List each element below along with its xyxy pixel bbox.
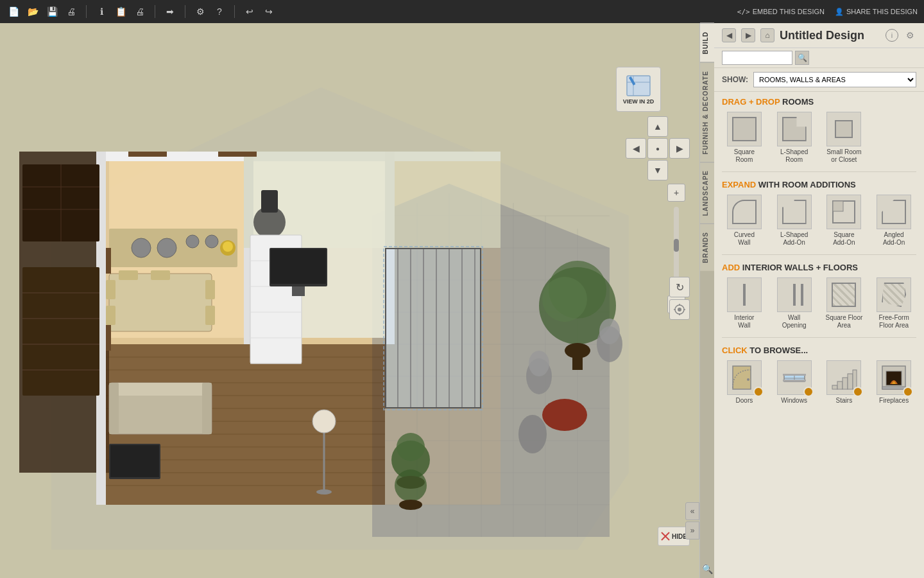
svg-rect-51 [480, 248, 481, 408]
tab-furnish[interactable]: FURNISH & DECORATE [700, 62, 714, 162]
doors-icon[interactable] [727, 360, 762, 395]
svg-point-62 [132, 238, 151, 258]
square-floor-item[interactable]: Square FloorArea [822, 277, 867, 329]
nav-down-button[interactable]: ▼ [647, 160, 668, 180]
stairs-item[interactable]: Stairs [822, 360, 867, 405]
square-addon-item[interactable]: SquareAdd-On [822, 195, 867, 247]
l-shaped-room-item[interactable]: L-ShapedRoom [772, 112, 817, 164]
panel-collapse-buttons: « » [685, 502, 699, 539]
nav-left-button[interactable]: ◀ [626, 138, 646, 159]
tab-brands[interactable]: BRANDS [700, 223, 714, 271]
panel-collapse-up[interactable]: « [685, 502, 699, 520]
interior-grid: InteriorWall WallOpening Square FloorAre… [714, 275, 924, 335]
panel-home-button[interactable]: ⌂ [760, 28, 774, 42]
panel-search-input[interactable] [722, 51, 792, 65]
panel-header: ◀ ▶ ⌂ Untitled Design i ⚙ [714, 23, 924, 48]
square-room-item[interactable]: SquareRoom [722, 112, 767, 164]
pages-icon[interactable]: 📋 [114, 4, 128, 19]
floorplan-view[interactable] [0, 23, 699, 578]
info-icon[interactable]: ℹ [94, 4, 108, 19]
embed-button[interactable]: </> EMBED THIS DESIGN [737, 8, 825, 16]
tab-build[interactable]: BUILD [700, 23, 714, 62]
panel-search-submit[interactable]: 🔍 [795, 51, 809, 65]
nav-controls: ▲ ◀ ● ▶ ▼ [626, 116, 690, 180]
nav-center-button[interactable]: ● [647, 138, 668, 159]
divider-3 [722, 337, 916, 338]
interior-wall-item[interactable]: InteriorWall [722, 277, 767, 329]
show-label: SHOW: [722, 75, 748, 84]
zoom-in-button[interactable]: + [667, 184, 685, 202]
wall-opening-icon[interactable] [777, 277, 812, 312]
svg-point-108 [518, 415, 547, 453]
svg-point-64 [186, 235, 199, 248]
l-shaped-room-icon[interactable] [777, 112, 812, 146]
doors-item[interactable]: Doors [722, 360, 767, 405]
redo-icon[interactable]: ↪ [262, 4, 276, 19]
panel-settings-button[interactable]: ⚙ [903, 29, 916, 42]
curved-wall-item[interactable]: CurvedWall [722, 195, 767, 247]
fireplaces-item[interactable]: Fireplaces [871, 360, 916, 405]
panel-back-button[interactable]: ◀ [722, 28, 736, 42]
angled-addon-icon[interactable] [877, 195, 911, 229]
freeform-floor-icon[interactable] [877, 277, 911, 312]
divider-2 [722, 254, 916, 255]
svg-rect-112 [106, 248, 111, 274]
square-addon-icon[interactable] [826, 195, 861, 229]
wall-opening-item[interactable]: WallOpening [772, 277, 817, 329]
fireplaces-circle-overlay [903, 387, 913, 397]
separator-3 [185, 5, 185, 18]
export-icon[interactable]: ➡ [163, 4, 177, 19]
curved-wall-icon[interactable] [727, 195, 762, 229]
tab-landscape[interactable]: LANDSCAPE [700, 162, 714, 223]
save-icon[interactable]: 💾 [45, 4, 59, 19]
svg-rect-144 [882, 387, 905, 389]
freeform-floor-item[interactable]: Free-FormFloor Area [871, 277, 916, 329]
angled-addon-item[interactable]: AngledAdd-On [871, 195, 916, 247]
square-room-icon[interactable] [727, 112, 762, 146]
canvas-area[interactable]: MARINA + [0, 23, 699, 578]
svg-rect-66 [109, 274, 212, 331]
separator-2 [155, 5, 155, 18]
panel-info-button[interactable]: i [886, 29, 898, 42]
interior-wall-icon[interactable] [727, 277, 762, 312]
nav-right-button[interactable]: ▶ [669, 138, 690, 159]
small-room-item[interactable]: Small Roomor Closet [822, 112, 867, 164]
separator-1 [86, 5, 87, 18]
panel-collapse-down[interactable]: » [685, 521, 699, 539]
panel-content: ◀ ▶ ⌂ Untitled Design i ⚙ 🔍 SHOW: ROOMS,… [714, 23, 924, 578]
nav-up-button[interactable]: ▲ [647, 116, 668, 137]
square-floor-icon[interactable] [826, 277, 861, 312]
windows-item[interactable]: Windows [772, 360, 817, 405]
undo-icon[interactable]: ↩ [243, 4, 257, 19]
separator-4 [234, 5, 235, 18]
stairs-icon[interactable] [826, 360, 861, 395]
print-icon[interactable]: 🖨 [64, 4, 78, 19]
l-shaped-addon-icon[interactable] [777, 195, 812, 229]
help-icon[interactable]: ? [212, 4, 227, 19]
svg-rect-48 [385, 248, 481, 249]
svg-rect-139 [843, 378, 848, 389]
view-2d-button[interactable]: VIEW IN 2D [616, 67, 661, 112]
search-side-button[interactable]: 🔍 [700, 560, 714, 578]
svg-rect-56 [22, 267, 99, 396]
show-select[interactable]: ROOMS, WALLS & AREAS FURNITURE ALL [753, 72, 916, 87]
svg-point-63 [157, 238, 176, 258]
print2-icon[interactable]: 🖨 [133, 4, 147, 19]
small-room-icon[interactable] [826, 112, 861, 146]
svg-point-131 [747, 378, 749, 381]
l-shaped-addon-item[interactable]: L-ShapedAdd-On [772, 195, 817, 247]
svg-rect-49 [385, 407, 481, 408]
panel-forward-button[interactable]: ▶ [741, 28, 755, 42]
zoom-thumb[interactable] [674, 239, 679, 252]
windows-icon[interactable] [777, 360, 812, 395]
doors-circle-overlay [753, 387, 764, 397]
svg-rect-102 [572, 351, 583, 370]
rotate-button[interactable]: ↻ [669, 277, 690, 297]
open-icon[interactable]: 📂 [26, 4, 40, 19]
share-button[interactable]: 👤 SHARE THIS DESIGN [835, 8, 918, 16]
settings-icon[interactable]: ⚙ [193, 4, 207, 19]
fireplaces-icon[interactable] [877, 360, 911, 395]
camera-settings-button[interactable] [669, 299, 690, 320]
browse-title: CLICK TO BROWSE... [714, 340, 924, 358]
new-icon[interactable]: 📄 [6, 4, 21, 19]
